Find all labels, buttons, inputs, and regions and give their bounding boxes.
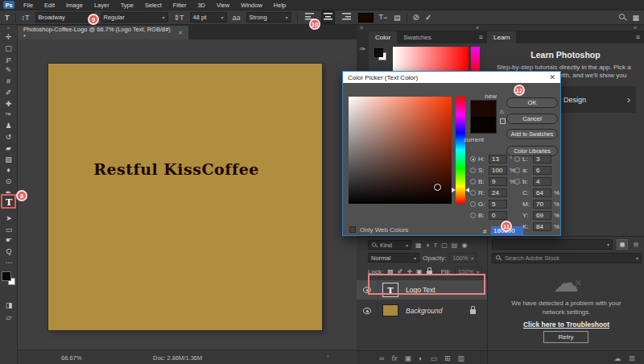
screen-mode-icon[interactable]: ▱ [0, 312, 18, 323]
radio-button[interactable] [470, 190, 476, 196]
ok-button[interactable]: OK [506, 97, 558, 108]
menu-item[interactable]: View [215, 2, 231, 9]
foreground-background-swatches[interactable] [2, 272, 15, 285]
healing-brush-tool-icon[interactable]: ✚ [0, 98, 17, 110]
new-group-icon[interactable]: ▭ [430, 354, 437, 362]
list-view-icon[interactable]: ▤ [630, 239, 642, 250]
filter-type-layers-icon[interactable]: T [433, 242, 437, 249]
collapse-panel-icon[interactable]: » [634, 25, 636, 31]
dialog-close-icon[interactable]: ✕ [549, 73, 555, 81]
menu-item[interactable]: Select [143, 2, 163, 9]
value-input[interactable]: 4 [533, 177, 551, 186]
value-input[interactable]: 69 [533, 211, 551, 220]
value-input[interactable]: 64 [533, 188, 551, 197]
visibility-eye-icon[interactable] [363, 308, 371, 314]
new-layer-icon[interactable]: ⊞ [444, 354, 451, 362]
menu-item[interactable]: Type [119, 2, 135, 9]
panel-menu-icon[interactable]: ≡ [475, 33, 487, 43]
filter-smart-objects-icon[interactable]: ▤ [452, 242, 458, 249]
layer-mask-icon[interactable]: ▣ [404, 354, 411, 362]
value-input[interactable]: 6 [533, 166, 551, 175]
only-web-colors-checkbox[interactable] [349, 226, 356, 233]
radio-button[interactable] [514, 156, 520, 162]
tool-preset-icon[interactable]: T [5, 14, 10, 22]
hue-slider[interactable] [456, 97, 465, 204]
menu-item[interactable]: Edit [43, 2, 56, 9]
value-input[interactable]: 9 [489, 177, 507, 186]
eyedropper-tool-icon[interactable]: ✐ [0, 87, 17, 98]
grid-view-icon[interactable]: ▦ [617, 239, 628, 250]
libraries-select[interactable]: ▾ [492, 239, 613, 250]
history-brush-tool-icon[interactable]: ↺ [0, 131, 17, 143]
clone-stamp-tool-icon[interactable]: ♟ [0, 120, 17, 131]
cloud-sync-icon[interactable]: ☁ [613, 354, 621, 362]
layer-style-icon[interactable]: fx [391, 354, 397, 362]
dodge-tool-icon[interactable]: ⊙ [0, 176, 17, 187]
brush-tool-icon[interactable]: ✑ [0, 110, 17, 121]
link-layers-icon[interactable]: ∞ [379, 354, 384, 362]
edit-toolbar-icon[interactable]: ⋯ [0, 257, 18, 268]
color-field-marker[interactable] [434, 184, 441, 191]
quick-mask-icon[interactable]: ◨ [0, 300, 18, 311]
marquee-tool-icon[interactable]: ▢ [0, 43, 17, 54]
radio-button[interactable] [470, 168, 476, 173]
radio-button[interactable] [470, 156, 476, 162]
hand-tool-icon[interactable]: ☛ [0, 235, 18, 246]
foreground-color-swatch[interactable] [2, 272, 10, 280]
radio-button[interactable] [470, 179, 476, 184]
filter-pixel-layers-icon[interactable]: ▦ [415, 242, 422, 249]
anti-alias-select[interactable]: Strong▾ [246, 12, 291, 23]
commit-edit-icon[interactable]: ✓ [425, 13, 431, 22]
align-right-button[interactable] [341, 11, 353, 23]
status-chevron-icon[interactable]: › [327, 353, 329, 360]
cancel-edit-icon[interactable]: ⊘ [413, 13, 419, 22]
radio-button[interactable] [470, 201, 476, 207]
adjustment-layer-icon[interactable]: ◐ [419, 354, 423, 362]
radio-button[interactable] [514, 179, 520, 184]
layer-name[interactable]: Background [406, 307, 442, 315]
delete-icon[interactable]: ▥ [629, 354, 635, 362]
dialog-title-bar[interactable]: Color Picker (Text Color) ✕ [343, 72, 560, 83]
panel-menu-icon[interactable]: ≡ [632, 33, 644, 43]
radio-button[interactable] [470, 213, 476, 218]
layer-row-background[interactable]: Background [357, 302, 487, 319]
blur-tool-icon[interactable]: ♦ [0, 165, 17, 176]
collapsed-panel-icon[interactable]: ✑ [357, 45, 369, 53]
value-input[interactable]: 84 [533, 222, 551, 231]
opacity-select[interactable]: 100% ▾ [449, 253, 477, 263]
gamut-warning-icon[interactable]: ⚠ [499, 109, 504, 115]
value-input[interactable]: 0 [489, 211, 507, 220]
toggle-panels-icon[interactable]: ▤ [394, 14, 401, 22]
gradient-tool-icon[interactable]: ▧ [0, 154, 17, 165]
menu-item[interactable]: Help [272, 2, 287, 9]
filter-toggle-icon[interactable]: ◉ [461, 242, 467, 249]
text-color-swatch[interactable] [358, 13, 374, 23]
panel-foreground-swatch[interactable] [374, 48, 383, 57]
collapse-panel-icon[interactable]: » [476, 25, 478, 31]
eraser-tool-icon[interactable]: ▰ [0, 143, 17, 154]
color-field[interactable] [349, 97, 452, 204]
menu-item[interactable]: File [22, 2, 35, 9]
document-tab[interactable]: Photoshop-Coffee-Logo @ 66.7% (Logo Text… [18, 26, 188, 39]
blend-mode-select[interactable]: Normal ▾ [368, 253, 419, 263]
crop-tool-icon[interactable]: # [0, 76, 17, 87]
path-selection-tool-icon[interactable]: ➤ [0, 213, 18, 224]
cancel-button[interactable]: Cancel [506, 114, 558, 124]
align-center-button[interactable] [321, 10, 335, 24]
layer-filter-kind-select[interactable]: Kind ▾ [368, 240, 411, 250]
value-input[interactable]: 5 [489, 200, 507, 209]
toolbar-collapse-icon[interactable]: » [0, 25, 17, 31]
font-style-select[interactable]: Regular▾ [101, 12, 168, 23]
value-input[interactable]: 3 [533, 155, 551, 163]
hue-slider-marker[interactable] [452, 188, 456, 192]
rectangle-tool-icon[interactable]: ▭ [0, 224, 18, 235]
filter-shape-layers-icon[interactable]: ▢ [441, 242, 448, 249]
retry-button[interactable]: Retry [543, 331, 588, 343]
zoom-tool-icon[interactable]: Q [0, 246, 18, 257]
canvas-logo-text[interactable]: Restful KissCoffee [48, 160, 304, 178]
move-tool-icon[interactable]: ✛ [0, 31, 17, 43]
menu-item[interactable]: Layer [93, 2, 111, 9]
stock-search-input[interactable]: Search Adobe Stock ▾ [492, 253, 642, 263]
radio-button[interactable] [514, 168, 520, 173]
workspace-icon[interactable]: ▦ [632, 14, 639, 22]
